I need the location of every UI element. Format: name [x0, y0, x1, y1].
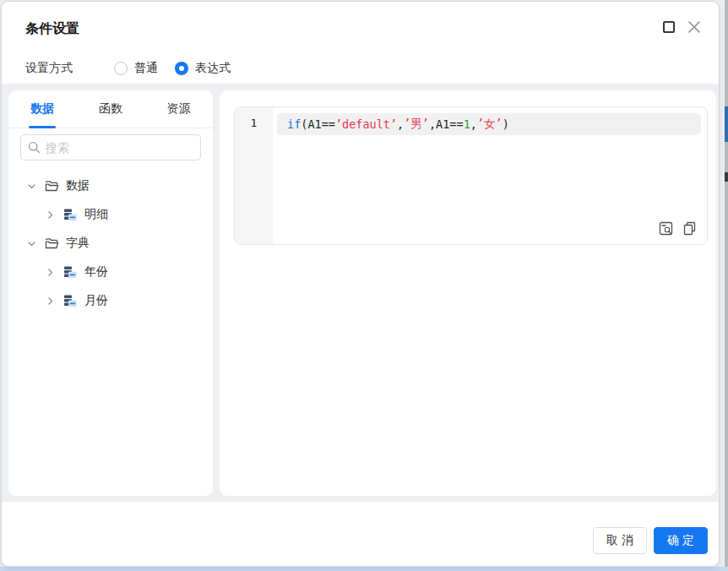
code-line[interactable]: if(A1==’default’,’男’,A1==1,’女’)	[277, 113, 701, 135]
tree-item-label: 年份	[84, 264, 108, 280]
dialog-title: 条件设置	[25, 20, 79, 38]
radio-normal-circle[interactable]	[114, 62, 128, 75]
chevron-right-icon[interactable]	[44, 266, 56, 278]
code-token: )	[503, 117, 509, 131]
tree-item-label: 字典	[66, 236, 90, 251]
code-token: 1	[464, 117, 470, 131]
tree-item-year[interactable]: 年份	[8, 258, 213, 286]
tree-item-data[interactable]: 数据	[8, 171, 213, 200]
code-token: ’男’	[404, 117, 429, 132]
sidebar-panel: 数据 函数 资源 数据	[8, 90, 213, 496]
setting-mode-group: 设置方式 普通 表达式	[25, 60, 247, 77]
tree-item-label: 数据	[66, 178, 90, 193]
chevron-down-icon[interactable]	[25, 180, 37, 192]
folder-icon	[44, 236, 59, 251]
code-token: ,	[429, 117, 436, 131]
tab-resources[interactable]: 资源	[144, 90, 213, 128]
line-number: 1	[235, 117, 273, 129]
dataset-icon	[62, 207, 78, 222]
tab-data[interactable]: 数据	[8, 90, 77, 128]
tab-functions[interactable]: 函数	[77, 90, 145, 128]
code-token: ’default’	[335, 117, 397, 131]
dialog-body: 数据 函数 资源 数据	[2, 84, 720, 502]
cancel-button[interactable]: 取 消	[593, 527, 647, 554]
radio-expression-circle[interactable]	[175, 62, 188, 75]
maximize-icon[interactable]	[663, 21, 675, 33]
dataset-icon	[62, 264, 78, 280]
condition-settings-dialog: 条件设置 设置方式 普通 表达式 数据 函数 资源	[1, 1, 720, 567]
background-icon-sliver	[725, 172, 728, 182]
code-token: (A1==	[301, 117, 335, 131]
background-page-sliver	[725, 0, 728, 567]
editor-toolbar	[658, 220, 697, 236]
sidebar-tabs: 数据 函数 资源	[8, 90, 213, 128]
close-icon[interactable]	[687, 19, 702, 35]
code-token: A1==	[436, 117, 464, 131]
search-input[interactable]	[46, 141, 193, 155]
search-icon	[28, 141, 41, 154]
expression-panel: 1 if(A1==’default’,’男’,A1==1,’女’)	[220, 90, 716, 496]
radio-normal-label: 普通	[134, 61, 158, 76]
formula-check-icon[interactable]	[658, 220, 673, 236]
code-token: ,	[470, 117, 477, 131]
code-token: if	[287, 117, 301, 131]
radio-expression[interactable]: 表达式	[175, 61, 231, 76]
copy-icon[interactable]	[682, 220, 697, 236]
tree-item-month[interactable]: 月份	[8, 286, 213, 315]
radio-normal[interactable]: 普通	[114, 61, 158, 76]
editor-gutter: 1	[235, 107, 273, 244]
data-tree: 数据 明细	[8, 171, 213, 315]
chevron-right-icon[interactable]	[44, 209, 56, 220]
search-box[interactable]	[20, 134, 201, 160]
chevron-right-icon[interactable]	[44, 295, 56, 307]
tree-item-label: 月份	[84, 293, 108, 308]
background-blue-button-sliver	[725, 106, 728, 142]
tree-item-label: 明细	[84, 207, 108, 222]
dataset-icon	[62, 293, 78, 308]
setting-mode-label: 设置方式	[25, 61, 114, 76]
code-token: ,	[397, 117, 404, 131]
background-bottom-sliver	[0, 567, 728, 571]
chevron-down-icon[interactable]	[25, 237, 37, 249]
tree-item-dictionary[interactable]: 字典	[8, 229, 213, 258]
formula-editor[interactable]: 1 if(A1==’default’,’男’,A1==1,’女’)	[234, 106, 708, 245]
code-token: ’女’	[477, 117, 503, 132]
radio-expression-label: 表达式	[195, 61, 231, 76]
tree-item-detail[interactable]: 明细	[8, 200, 213, 229]
folder-icon	[44, 178, 59, 193]
confirm-button[interactable]: 确 定	[654, 527, 708, 554]
